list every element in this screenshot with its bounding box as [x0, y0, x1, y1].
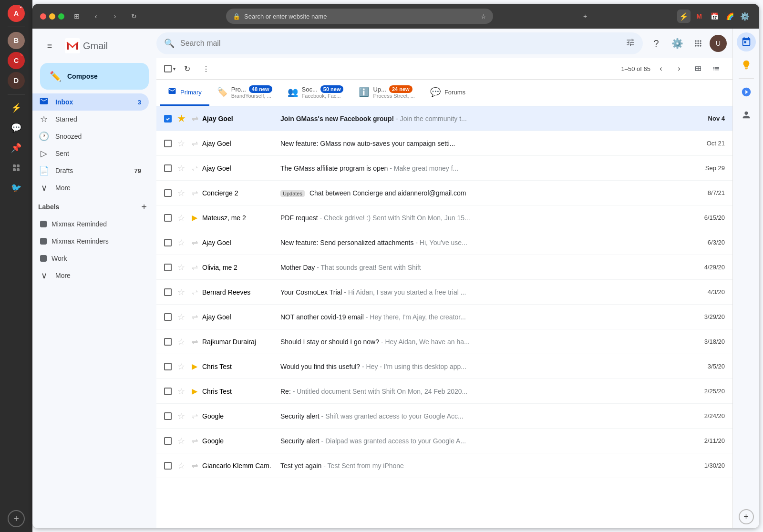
apps-btn[interactable]	[689, 34, 708, 53]
email-checkbox-4[interactable]	[164, 214, 174, 222]
select-all-checkbox[interactable]: ▾	[164, 65, 176, 72]
email-row[interactable]: ☆ ⇌ Bernard Reeves Your CosmoLex Trial -…	[156, 280, 732, 305]
right-panel-notes-icon[interactable]	[737, 55, 756, 74]
email-star-3[interactable]: ☆	[175, 188, 187, 198]
email-checkbox-1[interactable]	[164, 140, 174, 147]
email-star-10[interactable]: ☆	[175, 361, 187, 372]
right-panel-add-btn[interactable]: +	[739, 509, 754, 524]
right-panel-tasks-icon[interactable]	[737, 82, 756, 102]
email-star-9[interactable]: ☆	[175, 337, 187, 347]
email-row[interactable]: ☆ ⇌ Ajay Goel NOT another covid-19 email…	[156, 305, 732, 329]
sidebar-item-sent[interactable]: ▷ Sent	[32, 145, 149, 162]
email-snooze-7[interactable]: ⇌	[189, 287, 200, 297]
dock-avatar-4[interactable]: D	[8, 72, 25, 89]
new-tab-btn[interactable]: +	[578, 10, 592, 23]
search-bar[interactable]: 🔍	[156, 32, 643, 54]
email-checkbox-7[interactable]	[164, 288, 174, 296]
email-row[interactable]: ☆ ⇌ Ajay Goel New feature: GMass now aut…	[156, 131, 732, 156]
back-btn[interactable]: ‹	[89, 10, 103, 23]
tab-social[interactable]: 👥 Soc... 50 new Facebook, Fac...	[280, 80, 351, 106]
email-checkbox-0[interactable]	[164, 115, 174, 123]
search-input[interactable]	[180, 39, 620, 48]
tab-promotions[interactable]: 🏷️ Pro... 48 new BrandYourself, ...	[209, 80, 280, 106]
ext-shift-icon[interactable]: ⚡	[677, 10, 691, 23]
settings-btn[interactable]: ⚙️	[668, 34, 687, 53]
compose-button[interactable]: ✏️ Compose	[40, 63, 149, 90]
dock-avatar-1[interactable]: A 35	[8, 5, 25, 22]
email-checkbox-11[interactable]	[164, 388, 174, 395]
email-snooze-10[interactable]: ▶	[189, 362, 200, 371]
dock-add-button[interactable]: +	[8, 510, 25, 527]
density-btn[interactable]	[708, 60, 725, 77]
email-star-1[interactable]: ☆	[175, 138, 187, 149]
email-row[interactable]: ☆ ▶ Chris Test Re: - Untitled document S…	[156, 379, 732, 404]
email-checkbox-6[interactable]	[164, 264, 174, 271]
email-snooze-13[interactable]: ⇌	[189, 436, 200, 445]
checkbox-dropdown[interactable]: ▾	[172, 65, 176, 72]
email-snooze-8[interactable]: ⇌	[189, 312, 200, 321]
more-options-btn[interactable]: ⋮	[197, 60, 215, 77]
checkbox-box[interactable]	[164, 65, 172, 72]
ext-calendar-icon[interactable]: 📅	[708, 10, 721, 23]
ext-gmail-icon[interactable]: M	[692, 10, 706, 23]
next-page-btn[interactable]: ›	[670, 60, 688, 77]
dock-pinterest-icon[interactable]: 📌	[8, 139, 25, 156]
email-snooze-5[interactable]: ⇌	[189, 238, 200, 247]
ext-drive-icon[interactable]: 🌈	[723, 10, 736, 23]
email-row[interactable]: ☆ ⇌ Giancarlo Klemm Cam. Test yet again …	[156, 453, 732, 478]
email-checkbox-5[interactable]	[164, 239, 174, 246]
sidebar-toggle-btn[interactable]: ⊞	[70, 10, 83, 23]
forward-btn[interactable]: ›	[108, 10, 122, 23]
traffic-light-minimize[interactable]	[49, 13, 55, 20]
email-checkbox-2[interactable]	[164, 164, 174, 172]
email-row[interactable]: ★ ⇌ Ajay Goel Join GMass's new Facebook …	[156, 106, 732, 131]
tab-primary[interactable]: Primary	[160, 80, 209, 106]
email-snooze-0[interactable]: ⇌	[189, 114, 200, 123]
email-star-5[interactable]: ☆	[175, 237, 187, 248]
dock-messenger-icon[interactable]: 💬	[8, 119, 25, 136]
split-view-btn[interactable]	[690, 60, 707, 77]
ext-settings-icon[interactable]: ⚙️	[738, 10, 752, 23]
dock-avatar-3[interactable]: C 4	[8, 52, 25, 69]
sidebar-item-labels-more[interactable]: ∨ More	[32, 267, 149, 284]
email-snooze-4[interactable]: ▶	[189, 213, 200, 222]
refresh-btn[interactable]: ↻	[127, 10, 141, 23]
dock-network-icon[interactable]: ⚡	[8, 99, 25, 116]
email-star-4[interactable]: ☆	[175, 213, 187, 223]
right-panel-calendar-icon[interactable]	[737, 32, 756, 51]
label-item-mixmax-reminded[interactable]: Mixmax Reminded	[32, 215, 149, 233]
email-row[interactable]: ☆ ⇌ Ajay Goel The GMass affiliate progra…	[156, 156, 732, 181]
dock-avatar-2[interactable]: B	[8, 32, 25, 49]
email-snooze-2[interactable]: ⇌	[189, 164, 200, 173]
email-star-14[interactable]: ☆	[175, 460, 187, 471]
email-row[interactable]: ☆ ⇌ Rajkumar Durairaj Should I stay or s…	[156, 329, 732, 354]
email-star-11[interactable]: ☆	[175, 386, 187, 397]
email-row[interactable]: ☆ ⇌ Google Security alert - Dialpad was …	[156, 429, 732, 453]
sidebar-item-drafts[interactable]: 📄 Drafts 79	[32, 162, 149, 179]
user-avatar[interactable]: U	[710, 35, 727, 52]
email-checkbox-10[interactable]	[164, 363, 174, 370]
sidebar-item-starred[interactable]: ☆ Starred	[32, 111, 149, 128]
email-checkbox-9[interactable]	[164, 338, 174, 346]
email-row[interactable]: ☆ ⇌ Ajay Goel New feature: Send personal…	[156, 230, 732, 255]
email-row[interactable]: ☆ ⇌ Concierge 2 Updates Chat between Con…	[156, 181, 732, 205]
email-row[interactable]: ☆ ▶ Chris Test Would you find this usefu…	[156, 354, 732, 379]
help-btn[interactable]: ?	[647, 34, 666, 53]
email-checkbox-14[interactable]	[164, 462, 174, 470]
label-item-work[interactable]: Work	[32, 250, 149, 267]
search-filter-icon[interactable]	[626, 38, 635, 49]
email-star-0[interactable]: ★	[175, 113, 187, 124]
label-item-mixmax-reminders[interactable]: Mixmax Reminders	[32, 233, 149, 250]
email-snooze-14[interactable]: ⇌	[189, 461, 200, 470]
prev-page-btn[interactable]: ‹	[652, 60, 670, 77]
address-bar[interactable]: 🔒 Search or enter website name ☆	[226, 9, 493, 24]
email-star-12[interactable]: ☆	[175, 411, 187, 421]
tab-updates[interactable]: ℹ️ Up... 24 new Process Street, ...	[351, 80, 422, 106]
traffic-light-maximize[interactable]	[58, 13, 64, 20]
sidebar-item-inbox[interactable]: Inbox 3	[32, 93, 149, 111]
sidebar-item-more[interactable]: ∨ More	[32, 179, 149, 196]
email-snooze-6[interactable]: ⇌	[189, 263, 200, 272]
email-row[interactable]: ☆ ▶ Mateusz, me 2 PDF request - Check gd…	[156, 205, 732, 230]
email-snooze-3[interactable]: ⇌	[189, 188, 200, 197]
hamburger-menu-btn[interactable]: ≡	[40, 36, 59, 55]
